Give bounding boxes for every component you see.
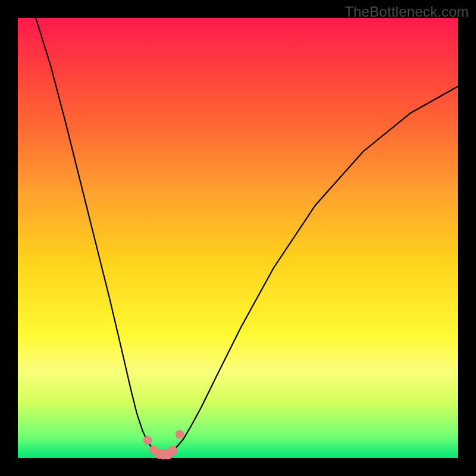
curve-right-arm [173,86,458,451]
watermark-text: TheBottleneck.com [345,4,469,20]
curve-left-arm [36,18,155,451]
chart-svg [18,18,458,458]
valley-dot [176,430,184,439]
valley-dot [168,446,177,456]
valley-dot [143,436,152,444]
chart-plot-area [18,18,458,458]
